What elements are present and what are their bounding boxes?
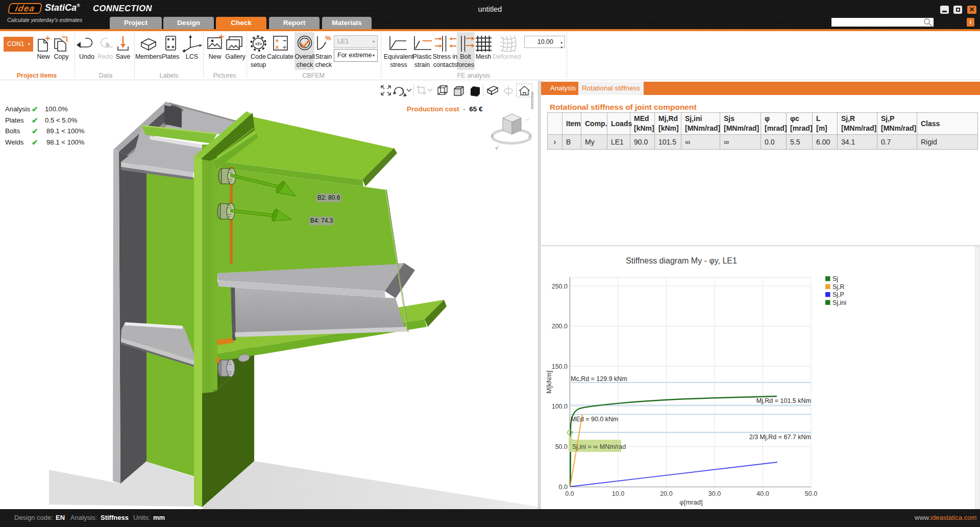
svg-text:Y: Y (495, 146, 498, 151)
